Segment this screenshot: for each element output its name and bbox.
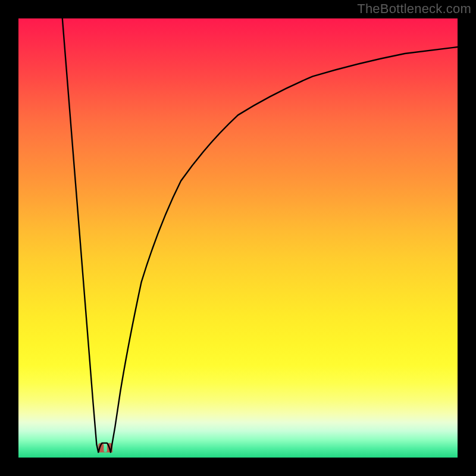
curve-layer	[18, 18, 458, 458]
chart-frame: TheBottleneck.com	[0, 0, 476, 476]
watermark-text: TheBottleneck.com	[357, 1, 471, 17]
bottleneck-curve	[62, 18, 458, 452]
plot-area	[18, 18, 458, 458]
